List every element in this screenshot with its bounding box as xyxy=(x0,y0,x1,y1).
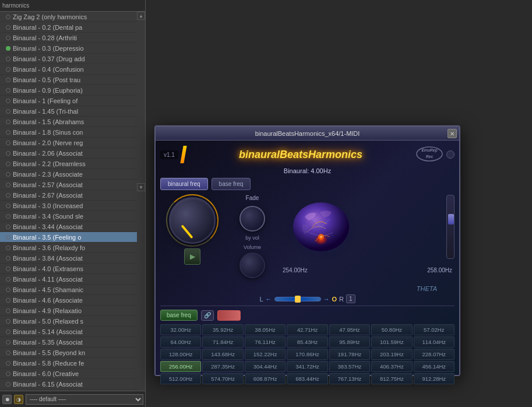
preset-item[interactable]: Binaural - 4.11 (Associat xyxy=(0,274,137,285)
volume-knob[interactable] xyxy=(239,252,265,278)
fade-knob[interactable] xyxy=(239,206,265,231)
preset-item[interactable]: Binaural - 2.67 (Associat xyxy=(0,190,137,201)
freq-cell[interactable]: 406.37Hz xyxy=(371,361,412,372)
preset-label: Binaural - 0.9 (Euphoria) xyxy=(13,86,83,94)
preset-item[interactable]: Binaural - 1.5 (Abrahams xyxy=(0,117,137,127)
icon-btn-1[interactable]: ⏺ xyxy=(2,395,12,404)
freq-cell[interactable]: 114.04Hz xyxy=(414,336,455,348)
preset-item[interactable]: Binaural - 2.3 (Associate xyxy=(0,169,137,180)
deco-bar-left xyxy=(180,146,186,163)
freq-cell[interactable]: 128.00Hz xyxy=(160,349,201,360)
freq-cell[interactable]: 101.59Hz xyxy=(371,336,412,348)
preset-item[interactable]: Binaural - 3.0 (Increased xyxy=(0,201,137,211)
preset-item[interactable]: Binaural - 5.0 (Relaxed s xyxy=(0,316,137,327)
freq-cell[interactable]: 35.92Hz xyxy=(202,324,243,335)
freq-cell[interactable]: 912.28Hz xyxy=(414,373,455,384)
freq-cell[interactable]: 85.43Hz xyxy=(287,336,327,348)
freq-cell[interactable]: 608.87Hz xyxy=(245,373,286,384)
freq-cell[interactable]: 287.35Hz xyxy=(202,361,243,372)
freq-cell[interactable]: 574.70Hz xyxy=(202,373,243,384)
preset-dot xyxy=(6,235,10,240)
preset-item[interactable]: Zig Zag 2 (only harmonics xyxy=(0,12,137,22)
preset-item[interactable]: Binaural - 4.0 (Extrasens xyxy=(0,264,137,274)
freq-cell[interactable]: 812.75Hz xyxy=(371,373,412,384)
freq-cell[interactable]: 341.72Hz xyxy=(287,361,327,372)
freq-cell[interactable]: 512.00Hz xyxy=(160,373,201,384)
icon-btn-2[interactable]: ◑ xyxy=(14,395,23,404)
preset-item[interactable]: Binaural - 1.45 (Tri-thal xyxy=(0,106,137,117)
preset-item[interactable]: Binaural - 3.5 (Feeling o xyxy=(0,232,137,243)
freq-cell[interactable]: 683.44Hz xyxy=(287,373,327,384)
preset-item[interactable]: Binaural - 5.8 (Reduce fe xyxy=(0,358,137,369)
header-knob-right[interactable] xyxy=(446,150,455,159)
freq-cell[interactable]: 95.89Hz xyxy=(329,336,370,348)
preset-item[interactable]: Binaural - 0.9 (Euphoria) xyxy=(0,85,137,96)
vertical-slider-thumb[interactable] xyxy=(448,214,454,224)
preset-item[interactable]: Binaural - 0.28 (Arthriti xyxy=(0,33,137,43)
preset-dot xyxy=(6,266,10,271)
base-freq-button[interactable]: base freq xyxy=(160,310,198,321)
preset-dot xyxy=(6,329,10,334)
freq-cell[interactable]: 767.13Hz xyxy=(329,373,370,384)
scroll-up-arrow[interactable]: ▲ xyxy=(137,12,145,20)
preset-item[interactable]: Binaural - 5.5 (Beyond kn xyxy=(0,348,137,358)
freq-cell[interactable]: 152.22Hz xyxy=(245,349,286,360)
preset-item[interactable]: Binaural - 0.2 (Dental pa xyxy=(0,22,137,33)
freq-cell[interactable]: 50.80Hz xyxy=(371,324,412,335)
default-select[interactable]: ---- default ---- xyxy=(26,394,143,405)
preset-item[interactable]: Binaural - 3.4 (Sound sle xyxy=(0,211,137,222)
preset-scroll[interactable]: Zig Zag 2 (only harmonicsBinaural - 0.2 … xyxy=(0,12,137,391)
preset-item[interactable]: Binaural - 6.0 (Creative xyxy=(0,369,137,379)
freq-cell[interactable]: 228.07Hz xyxy=(414,349,455,360)
preset-item[interactable]: Binaural - 0.37 (Drug add xyxy=(0,54,137,64)
close-button[interactable]: ✕ xyxy=(448,129,457,138)
vertical-slider[interactable] xyxy=(446,195,455,259)
freq-cell[interactable]: 203.19Hz xyxy=(371,349,412,360)
preset-item[interactable]: Binaural - 4.5 (Shamanic xyxy=(0,285,137,295)
scroll-down-arrow[interactable]: ▼ xyxy=(137,183,145,191)
freq-cell[interactable]: 71.84Hz xyxy=(202,336,243,348)
preset-item[interactable]: Binaural - 2.0 (Nerve reg xyxy=(0,138,137,148)
preset-item[interactable]: Binaural - 4.9 (Relaxatio xyxy=(0,306,137,316)
preset-item[interactable]: Binaural - 0.3 (Depressio xyxy=(0,43,137,54)
preset-item[interactable]: Binaural - 3.84 (Associat xyxy=(0,253,137,264)
main-content: ▶ Fade by vol Volume xyxy=(160,195,455,280)
freq-cell[interactable]: 304.44Hz xyxy=(245,361,286,372)
freq-cell[interactable]: 47.95Hz xyxy=(329,324,370,335)
preset-item[interactable]: Binaural - 2.57 (Associat xyxy=(0,180,137,190)
freq-cell[interactable]: 76.11Hz xyxy=(245,336,286,348)
preset-item[interactable]: Binaural - 1.8 (Sinus con xyxy=(0,127,137,138)
play-button[interactable]: ▶ xyxy=(184,248,200,265)
preset-item[interactable]: Binaural - 4.6 (Associate xyxy=(0,295,137,306)
freq-cell[interactable]: 191.78Hz xyxy=(329,349,370,360)
lr-slider[interactable] xyxy=(274,297,321,301)
preset-item[interactable]: Binaural - 2.06 (Associat xyxy=(0,148,137,159)
preset-item[interactable]: Binaural - 3.6 (Relaxdy fo xyxy=(0,243,137,253)
freq-cell[interactable]: 170.86Hz xyxy=(287,349,327,360)
preset-item[interactable]: Binaural - 0.4 (Confusion xyxy=(0,64,137,75)
preset-item[interactable]: Binaural - 5.35 (Associat xyxy=(0,337,137,348)
preset-item[interactable]: Binaural - 0.5 (Post trau xyxy=(0,75,137,85)
preset-item[interactable]: Binaural - 3.44 (Associat xyxy=(0,222,137,232)
freq-cell[interactable]: 256.00Hz xyxy=(160,361,201,372)
link-button[interactable]: 🔗 xyxy=(201,310,214,321)
preset-item[interactable]: Binaural - 5.14 (Associat xyxy=(0,327,137,337)
freq-cell[interactable]: 64.00Hz xyxy=(160,336,201,348)
freq-cell[interactable]: 42.71Hz xyxy=(287,324,327,335)
freq-cell[interactable]: 38.05Hz xyxy=(245,324,286,335)
main-knob[interactable] xyxy=(169,197,216,244)
preset-item[interactable]: Binaural - 1 (Feeling of xyxy=(0,96,137,106)
freq-cell[interactable]: 32.00Hz xyxy=(160,324,201,335)
lr-slider-thumb[interactable] xyxy=(295,296,301,303)
preset-dot xyxy=(6,25,10,30)
preset-item[interactable]: Binaural - 6.15 (Associat xyxy=(0,379,137,390)
base-freq-tab[interactable]: base freq xyxy=(212,178,251,190)
freq-cell[interactable]: 143.68Hz xyxy=(202,349,243,360)
freq-cell[interactable]: 383.57Hz xyxy=(329,361,370,372)
binaural-freq-tab[interactable]: binaural freq xyxy=(160,178,208,190)
freq-cell[interactable]: 57.02Hz xyxy=(414,324,455,335)
preset-item[interactable]: Binaural - 2.2 (Dreamless xyxy=(0,159,137,169)
knob-section: ▶ xyxy=(160,195,224,280)
freq-cell[interactable]: 456.14Hz xyxy=(414,361,455,372)
color-button[interactable] xyxy=(217,310,241,321)
